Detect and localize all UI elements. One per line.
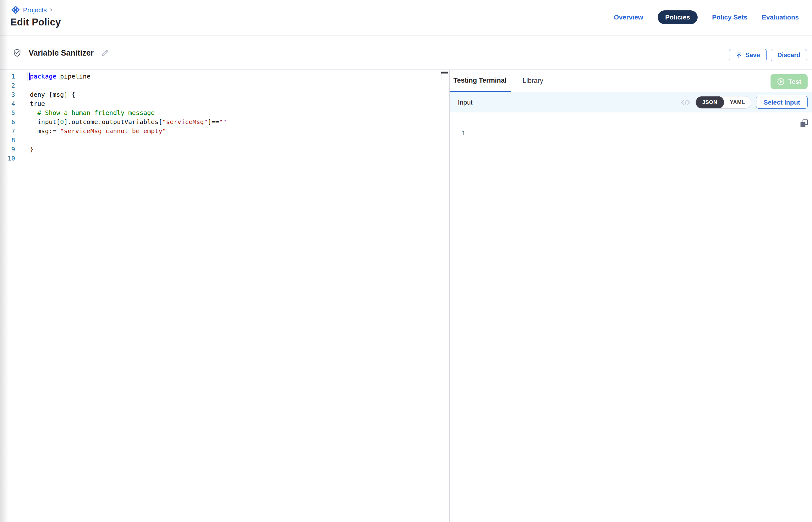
- code-line-5: 5 # Show a human friendly message: [0, 108, 449, 118]
- main-content: 1package pipeline23deny [msg] {4true5 # …: [0, 70, 812, 522]
- policy-name: Variable Sanitizer: [28, 48, 94, 58]
- nav-item-overview[interactable]: Overview: [614, 14, 643, 21]
- testing-panel: Testing Terminal Library Test Input: [450, 70, 812, 522]
- policy-shield-check-icon: [13, 48, 22, 58]
- nav-item-evaluations[interactable]: Evaluations: [762, 14, 799, 21]
- policy-toolbar: Variable Sanitizer Save Discard: [0, 36, 812, 70]
- tab-library[interactable]: Library: [522, 70, 543, 92]
- page-title: Edit Policy: [11, 17, 61, 28]
- line-number: 7: [0, 126, 15, 136]
- code-line-7: 7 msg:= "serviceMsg cannot be empty": [0, 126, 449, 136]
- policy-code-editor[interactable]: 1package pipeline23deny [msg] {4true5 # …: [0, 70, 449, 522]
- breadcrumb-projects-link[interactable]: Projects: [23, 6, 47, 14]
- pencil-icon: [101, 49, 109, 57]
- tab-testing-terminal[interactable]: Testing Terminal: [450, 70, 511, 92]
- input-section-header: Input JSON YAML Select Input: [450, 92, 812, 113]
- edit-policy-name-button[interactable]: [101, 49, 109, 57]
- overview-ruler-marker: [441, 72, 448, 74]
- terminal-tabs: Testing Terminal Library Test: [450, 70, 812, 92]
- line-number: 8: [0, 136, 15, 145]
- code-text: deny [msg] {: [30, 90, 75, 99]
- code-line-9: 9}: [0, 145, 449, 154]
- discard-button[interactable]: Discard: [771, 49, 807, 61]
- upload-icon: [736, 52, 742, 59]
- format-option-json[interactable]: JSON: [696, 96, 724, 109]
- line-number: 1: [0, 72, 15, 81]
- play-icon: [777, 78, 785, 86]
- code-line-1: 1package pipeline: [0, 72, 449, 81]
- line-number: 3: [0, 90, 15, 99]
- code-text: msg:= "serviceMsg cannot be empty": [30, 126, 166, 136]
- input-editor-line-number: 1: [462, 129, 466, 138]
- line-number: 9: [0, 145, 15, 154]
- format-toggle: JSON YAML: [695, 96, 751, 109]
- save-button[interactable]: Save: [729, 49, 767, 61]
- line-number: 4: [0, 99, 15, 108]
- code-line-10: 10: [0, 154, 449, 163]
- input-label: Input: [458, 99, 473, 106]
- copy-icon: [799, 119, 809, 128]
- projects-icon: [11, 6, 20, 14]
- text-cursor: [29, 73, 30, 80]
- code-brackets-icon: [681, 99, 691, 106]
- line-number: 6: [0, 118, 15, 126]
- code-line-8: 8: [0, 136, 449, 145]
- code-text: }: [30, 145, 34, 154]
- code-line-3: 3deny [msg] {: [0, 90, 449, 99]
- breadcrumb-chevron-icon: ›: [50, 6, 52, 14]
- code-line-6: 6 input[0].outcome.outputVariables["serv…: [0, 118, 449, 126]
- copy-button[interactable]: [799, 119, 809, 128]
- edit-policy-page: Projects › Edit Policy OverviewPoliciesP…: [0, 0, 812, 522]
- code-text: input[0].outcome.outputVariables["servic…: [30, 118, 226, 126]
- code-line-4: 4true: [0, 99, 449, 108]
- code-text: # Show a human friendly message: [30, 108, 155, 118]
- code-line-2: 2: [0, 81, 449, 90]
- line-number: 5: [0, 108, 15, 118]
- page-header: Projects › Edit Policy OverviewPoliciesP…: [0, 0, 812, 36]
- input-editor[interactable]: 1: [450, 113, 812, 522]
- nav-item-policies[interactable]: Policies: [658, 11, 698, 24]
- line-number: 2: [0, 81, 15, 90]
- code-lines: 1package pipeline23deny [msg] {4true5 # …: [0, 72, 449, 163]
- format-option-yaml[interactable]: YAML: [724, 96, 751, 109]
- breadcrumb: Projects ›: [11, 6, 52, 14]
- nav-item-policy-sets[interactable]: Policy Sets: [712, 14, 747, 21]
- select-input-button[interactable]: Select Input: [756, 96, 808, 109]
- toolbar-actions: Save Discard: [729, 49, 807, 61]
- header-nav: OverviewPoliciesPolicy SetsEvaluations: [614, 11, 799, 24]
- test-button[interactable]: Test: [771, 74, 808, 89]
- code-text: package pipeline: [30, 72, 91, 81]
- line-number: 10: [0, 154, 15, 163]
- code-text: true: [30, 99, 45, 108]
